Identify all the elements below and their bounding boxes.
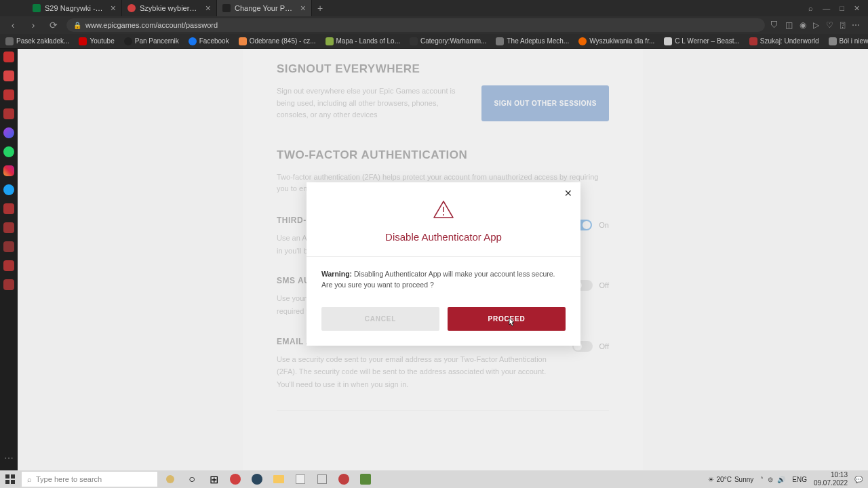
modal-body: Warning: Disabling Authenticator App wil… [307, 257, 580, 346]
reload-button[interactable]: ⟳ [46, 20, 61, 30]
opera-app-icon[interactable] [225, 470, 245, 488]
search-placeholder: Type here to search [36, 475, 102, 483]
modal-title: Disable Authenticator App [320, 231, 567, 243]
url-row: ‹ › ⟳ 🔒 www.epicgames.com/account/passwo… [0, 16, 868, 34]
tray-icons: ˄ ⊚ 🔊 [760, 476, 785, 483]
chevron-up-icon[interactable]: ˄ [760, 476, 764, 483]
close-icon[interactable]: × [300, 3, 306, 14]
time: 10:13 [814, 471, 848, 479]
wifi-icon[interactable]: ⊚ [768, 476, 773, 483]
sidebar-icon[interactable] [3, 222, 14, 233]
play-icon[interactable]: ▷ [813, 20, 819, 30]
modal-warning: Warning: Disabling Authenticator App wil… [321, 269, 566, 291]
clock[interactable]: 10:13 09.07.2022 [814, 471, 848, 487]
taskbar-app[interactable] [334, 470, 354, 488]
sidebar-icon[interactable] [3, 70, 14, 81]
search-icon[interactable]: ⌕ [808, 4, 813, 13]
taskbar-app[interactable] [355, 470, 376, 488]
menu-icon[interactable]: ⋯ [852, 20, 860, 30]
close-icon[interactable]: ✕ [564, 188, 572, 199]
language-indicator[interactable]: ENG [792, 476, 807, 483]
sun-icon: ☀ [708, 476, 714, 483]
bookmark-item[interactable]: Youtube [79, 37, 114, 45]
bookmark-label: Ból i niewyobrażaln... [840, 37, 868, 45]
address-bar[interactable]: 🔒 www.epicgames.com/account/password [66, 18, 765, 32]
bookmark-label: Category:Warhamm... [420, 37, 486, 45]
taskbar-app[interactable] [160, 470, 180, 488]
svg-point-1 [443, 214, 444, 216]
bookmark-item[interactable]: Category:Warhamm... [410, 37, 486, 45]
taskbar-search[interactable]: ⌕ Type here to search [22, 472, 157, 487]
modal-buttons: CANCEL PROCEED [321, 307, 566, 331]
steam-icon[interactable] [247, 470, 267, 488]
sidebar-icon[interactable] [3, 260, 14, 271]
bookmarks-bar: Pasek zakładek... Youtube Pan Pancernik … [0, 34, 868, 49]
bookmark-item[interactable]: Odebrane (845) - cz... [239, 37, 316, 45]
notifications-icon[interactable]: 💬 [854, 476, 863, 483]
sidebar-icon[interactable] [3, 203, 14, 214]
weather-label: Sunny [734, 476, 753, 483]
sidebar-icon[interactable] [3, 108, 14, 119]
bookmark-label: Wyszukiwania dla fr... [589, 37, 654, 45]
svg-rect-4 [5, 480, 9, 484]
warning-icon [433, 200, 454, 219]
cancel-button[interactable]: CANCEL [321, 307, 439, 331]
bookmark-label: Pan Pancernik [135, 37, 179, 45]
cortana-icon[interactable]: ○ [182, 470, 202, 488]
sidebar-icon[interactable] [3, 89, 14, 100]
opera-sidebar: ⋯ [0, 49, 18, 470]
taskbar-app[interactable] [290, 470, 311, 488]
sidebar-more-icon[interactable]: ⋯ [3, 453, 14, 464]
tabs-row: S29 Nagrywki - Arkusze G... × Szybkie wy… [0, 0, 328, 16]
shield-icon[interactable]: ⛉ [770, 20, 778, 30]
svg-rect-3 [11, 474, 15, 479]
bookmark-item[interactable]: Wyszukiwania dla fr... [578, 37, 654, 45]
bookmark-item[interactable]: The Adeptus Mech... [496, 37, 569, 45]
profile-icon[interactable]: ⍰ [840, 20, 845, 30]
sidebar-icon[interactable] [3, 241, 14, 252]
bookmark-item[interactable]: Ból i niewyobrażaln... [829, 37, 868, 45]
close-window-icon[interactable]: ✕ [854, 4, 860, 13]
close-icon[interactable]: × [205, 3, 211, 14]
volume-icon[interactable]: 🔊 [777, 476, 785, 483]
bookmark-label: Facebook [199, 37, 229, 45]
bookmark-item[interactable]: Mapa - Lands of Lo... [326, 37, 401, 45]
bookmark-label: The Adeptus Mech... [507, 37, 569, 45]
sidebar-icon[interactable] [3, 279, 14, 290]
toolbar-icons: ⛉ ◫ ◉ ▷ ♡ ⍰ ⋯ [770, 20, 860, 30]
bookmark-label: Szukaj: Underworld [760, 37, 819, 45]
twitter-icon[interactable] [3, 184, 14, 195]
bookmark-label: C L Werner – Beast... [675, 37, 740, 45]
forward-button[interactable]: › [26, 20, 41, 30]
bookmark-item[interactable]: Pasek zakładek... [5, 37, 69, 45]
taskbar-apps: ○ ⊞ [160, 470, 376, 488]
whatsapp-icon[interactable] [3, 146, 14, 157]
tab-speeddial[interactable]: Szybkie wybieranie × [122, 0, 217, 16]
browser-titlebar: S29 Nagrywki - Arkusze G... × Szybkie wy… [0, 0, 868, 16]
cube-icon[interactable]: ◫ [785, 20, 793, 30]
sidebar-icon[interactable] [3, 52, 14, 62]
bookmark-item[interactable]: Pan Pancernik [124, 37, 179, 45]
close-icon[interactable]: × [111, 3, 116, 14]
taskbar-app[interactable] [312, 470, 332, 488]
warning-label: Warning: [321, 270, 352, 278]
tab-sheets[interactable]: S29 Nagrywki - Arkusze G... × [27, 0, 122, 16]
taskview-icon[interactable]: ⊞ [203, 470, 224, 488]
minimize-icon[interactable]: — [823, 4, 830, 13]
maximize-icon[interactable]: □ [840, 4, 844, 13]
messenger-icon[interactable] [3, 127, 14, 138]
instagram-icon[interactable] [3, 165, 14, 176]
modal-header: ✕ Disable Authenticator App [307, 182, 580, 257]
tab-epic-active[interactable]: Change Your Password × [217, 0, 312, 16]
new-tab-button[interactable]: + [312, 0, 328, 16]
bookmark-item[interactable]: Facebook [189, 37, 229, 45]
back-button[interactable]: ‹ [5, 20, 20, 30]
weather-widget[interactable]: ☀ 20°C Sunny [708, 476, 754, 483]
camera-icon[interactable]: ◉ [800, 20, 806, 30]
heart-icon[interactable]: ♡ [826, 20, 833, 30]
start-button[interactable] [0, 470, 20, 488]
bookmark-item[interactable]: Szukaj: Underworld [749, 37, 819, 45]
bookmark-item[interactable]: C L Werner – Beast... [664, 37, 740, 45]
lock-icon: 🔒 [73, 22, 81, 29]
explorer-icon[interactable] [269, 470, 289, 488]
